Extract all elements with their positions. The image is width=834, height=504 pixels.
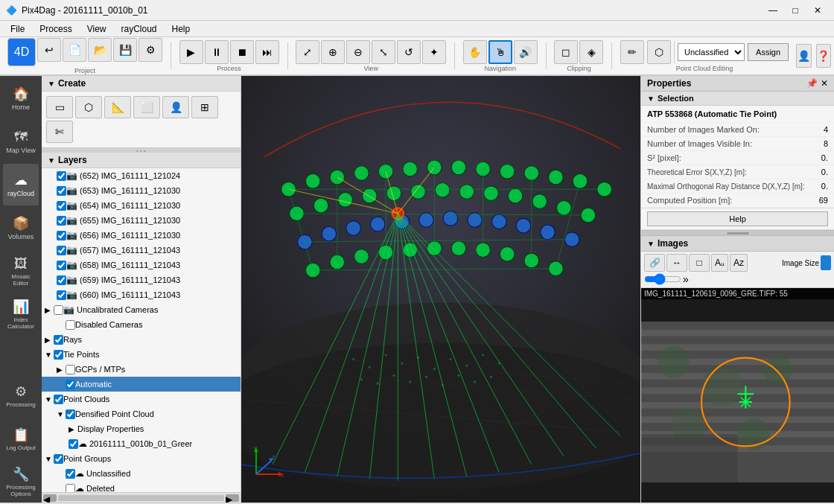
tb-select[interactable]: 🖱	[488, 40, 512, 64]
create-polygon[interactable]: ⬡	[75, 96, 102, 118]
layer-img3-checkbox[interactable]	[57, 201, 66, 211]
layer-disabled-checkbox[interactable]	[66, 320, 75, 330]
nav-mapview[interactable]: 🗺 Map View	[3, 121, 39, 162]
classification-dropdown[interactable]: Unclassified Ground Building Vegetation	[678, 43, 745, 61]
hscroll-track[interactable]	[58, 495, 224, 501]
tb-undo[interactable]: ↩	[37, 38, 61, 62]
create-cut[interactable]: ✄	[46, 121, 73, 143]
tb-user[interactable]: 👤	[796, 44, 811, 68]
menu-help[interactable]: Help	[165, 22, 198, 36]
nav-home[interactable]: 🏠 Home	[3, 77, 39, 119]
layer-img1-checkbox[interactable]	[57, 171, 66, 181]
create-grid[interactable]: ⊞	[191, 96, 218, 118]
layer-img5-checkbox[interactable]	[57, 231, 66, 240]
menu-file[interactable]: File	[3, 22, 32, 36]
tb-process3[interactable]: ⏹	[230, 40, 254, 64]
tb-process2[interactable]: ⏸	[205, 40, 229, 64]
layer-deleted[interactable]: ▶ ☁ Deleted	[42, 481, 241, 492]
create-rectangle[interactable]: ▭	[46, 96, 73, 118]
layer-img6-checkbox[interactable]	[57, 246, 66, 255]
nav-index[interactable]: 📊 Index Calculator	[3, 293, 39, 335]
tb-process1[interactable]: ▶	[179, 40, 203, 64]
layer-img4[interactable]: 📷 (655) IMG_161111_121030	[42, 213, 241, 228]
layer-img5[interactable]: 📷 (656) IMG_161111_121030	[42, 228, 241, 243]
create-person[interactable]: 👤	[162, 96, 189, 118]
layer-densified[interactable]: ▼ Densified Point Cloud	[42, 406, 241, 421]
maximize-button[interactable]: □	[785, 3, 806, 18]
layer-displayprops[interactable]: ▶ Display Properties	[42, 421, 241, 436]
layer-unclassified[interactable]: ▶ ☁ Unclassified	[42, 466, 241, 481]
nav-volumes[interactable]: 📦 Volumes	[3, 207, 39, 249]
layer-img2-checkbox[interactable]	[57, 186, 66, 196]
layer-automatic[interactable]: ▶ Automatic	[42, 377, 241, 392]
layer-pointclouds-checkbox[interactable]	[54, 395, 63, 404]
layer-gcps[interactable]: ▶ GCPs / MTPs	[42, 362, 241, 377]
image-size-slider-thumb[interactable]	[821, 255, 831, 270]
rays-expand[interactable]: ▶	[45, 336, 54, 344]
selection-collapse-arrow[interactable]: ▼	[647, 95, 655, 103]
nav-logoutput[interactable]: 📋 Log Output	[3, 418, 39, 459]
layer-rays[interactable]: ▶ Rays	[42, 332, 241, 347]
layer-rays-checkbox[interactable]	[54, 335, 63, 345]
img-tb-az[interactable]: Az	[730, 254, 748, 272]
layer-img8[interactable]: 📷 (659) IMG_161111_121043	[42, 272, 241, 287]
layer-pcfile[interactable]: ☁ 20161111_0010b_01_Greer	[42, 436, 241, 451]
nav-raycloud[interactable]: ☁ rayCloud	[3, 164, 39, 205]
nav-mosaic[interactable]: 🖼 Mosaic Editor	[3, 250, 39, 292]
layer-pointgroups[interactable]: ▼ Point Groups	[42, 451, 241, 466]
layers-hscrollbar[interactable]: ◀ ▶	[42, 492, 241, 503]
tb-save[interactable]: 💾	[113, 38, 137, 62]
layer-automatic-checkbox[interactable]	[66, 380, 75, 389]
layers-scroll[interactable]: 📷 (652) IMG_161111_121024 📷 (653) IMG_16…	[42, 168, 241, 492]
create-angle[interactable]: 📐	[104, 96, 131, 118]
layer-img9-checkbox[interactable]	[57, 290, 66, 300]
images-expand-icon[interactable]: »	[683, 273, 689, 285]
properties-pin-icon[interactable]: 📌	[806, 78, 818, 89]
layer-img2[interactable]: 📷 (653) IMG_161111_121030	[42, 183, 241, 198]
layers-header[interactable]: ▼ Layers	[42, 153, 241, 168]
tb-clip-sphere[interactable]: ◈	[579, 40, 603, 64]
layer-img6[interactable]: 📷 (657) IMG_161111_121043	[42, 243, 241, 258]
uncalibrated-expand[interactable]: ▶	[45, 306, 54, 314]
displayprops-expand[interactable]: ▶	[69, 425, 77, 433]
tb-clip-box[interactable]: ◻	[554, 40, 578, 64]
create-box[interactable]: ⬜	[133, 96, 160, 118]
img-tb-swap[interactable]: ↔	[666, 254, 687, 272]
layer-pcfile-checkbox[interactable]	[69, 439, 78, 449]
tb-center[interactable]: ✦	[422, 40, 446, 64]
layer-img7-checkbox[interactable]	[57, 261, 66, 270]
tb-zoomin[interactable]: ⊕	[321, 40, 345, 64]
assign-button[interactable]: Assign	[748, 43, 789, 61]
nav-processing[interactable]: ⚙ Processing	[3, 374, 39, 416]
tb-process4[interactable]: ⏭	[255, 40, 279, 64]
tb-pce-edit[interactable]: ✏	[620, 40, 644, 64]
layer-tiepoints-checkbox[interactable]	[54, 350, 63, 360]
minimize-button[interactable]: —	[763, 3, 783, 18]
menu-view[interactable]: View	[80, 22, 114, 36]
layer-pointgroups-checkbox[interactable]	[54, 454, 63, 464]
scroll-right-btn[interactable]: ▶	[226, 494, 239, 502]
nav-procoptions[interactable]: 🔧 Processing Options	[3, 461, 39, 503]
layer-img1[interactable]: 📷 (652) IMG_161111_121024	[42, 168, 241, 183]
scroll-left-btn[interactable]: ◀	[43, 494, 57, 502]
images-collapse-arrow[interactable]: ▼	[647, 240, 655, 248]
layer-densified-checkbox[interactable]	[66, 409, 75, 419]
tb-rotate[interactable]: ↺	[397, 40, 421, 64]
properties-close-icon[interactable]: ✕	[821, 78, 828, 89]
tb-view1[interactable]: ⤢	[296, 40, 319, 64]
layer-pointclouds[interactable]: ▼ Point Clouds	[42, 392, 241, 406]
image-size-slider[interactable]	[644, 274, 681, 284]
layer-img9[interactable]: 📷 (660) IMG_161111_121043	[42, 287, 241, 302]
tiepoints-expand[interactable]: ▼	[45, 351, 54, 359]
img-tb-auto[interactable]: Aᵤ	[711, 254, 728, 272]
gcps-expand[interactable]: ▶	[57, 366, 66, 374]
menu-process[interactable]: Process	[32, 22, 79, 36]
layer-img8-checkbox[interactable]	[57, 275, 66, 285]
layer-tiepoints[interactable]: ▼ Tie Points	[42, 347, 241, 362]
tb-pix4d-logo[interactable]: 4D	[7, 38, 36, 66]
densified-expand[interactable]: ▼	[57, 410, 66, 418]
props-images-splitter[interactable]	[641, 230, 834, 236]
layer-deleted-checkbox[interactable]	[66, 484, 75, 493]
menu-raycloud[interactable]: rayCloud	[114, 22, 165, 36]
pointclouds-expand[interactable]: ▼	[45, 395, 54, 403]
